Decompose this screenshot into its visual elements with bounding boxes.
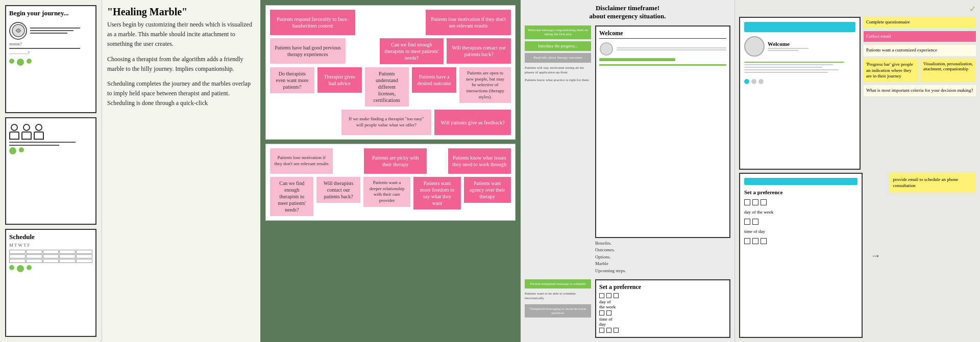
schedule-screen-title: Set a preference [599, 283, 726, 291]
wireframe-item-progress: Introduce the progress... [525, 41, 591, 51]
schedule-time-label: time ofday [599, 317, 726, 327]
sticky-note: Patients respond favorably to faux-handw… [270, 10, 355, 35]
sticky-row-2: Patients have had good previous therapy … [270, 38, 511, 64]
sticky-note: Patients know what issues they need to w… [448, 148, 511, 174]
checkmark-area: ✓ [739, 4, 976, 14]
sketch-journey-content: mmm? ————? [9, 20, 92, 66]
sticky-note: Will therapists contact our patients bac… [316, 177, 360, 203]
sticky-section-2: Patients lose motivation if they don't s… [265, 144, 516, 221]
sticky-note-desired-outcome: Patients have a desired outcome [412, 67, 456, 93]
welcome-title: Welcome [768, 41, 808, 47]
right-panel: Disclaimer timeframe!about emergency sit… [521, 0, 980, 342]
ui-sticky-email-consultation: provide email to schedule an phone consu… [889, 173, 976, 193]
sticky-note: If we make finding a therapist "too easy… [341, 110, 432, 135]
ui-sticky-progress-bar: 'Progress bar' give people an indication… [864, 59, 919, 82]
sticky-note: Patients want a deeper relationship with… [363, 177, 410, 207]
sketch-persons-icons [9, 124, 92, 140]
ui-bottom-right: provide email to schedule an phone consu… [889, 173, 976, 338]
ui-components-column: ✓ Welcome [735, 0, 980, 342]
next-arrow-area: → [866, 173, 886, 338]
wireframe-top-section: Welcome message congratulating them on t… [525, 25, 730, 274]
wireframe-note-1: Patients will stay motivated seeing all … [525, 66, 591, 75]
ui-sticky-row: 'Progress bar' give people an indication… [864, 59, 976, 82]
companionship-section: Choosing a therapist from the algorithm … [107, 55, 255, 74]
wireframe-bottom-content: Present templated message to schedule Pa… [525, 279, 730, 338]
dot [9, 147, 16, 154]
left-panel: Begin your journey... mmm? ————? [0, 0, 260, 342]
sticky-row-3: Do therapists even want more patients? T… [270, 67, 511, 107]
ui-sticky-criteria: What is most important criteria for your… [864, 85, 976, 96]
schedule-grid [9, 250, 92, 263]
person-icon [21, 124, 32, 140]
checkmark-icon: ✓ [969, 4, 976, 14]
wireframe-note-2: Patients know what practice is right for… [525, 78, 591, 83]
wireframe-notes: Benefits.Outcomes.Options.MarbleUpcoming… [595, 240, 730, 275]
healing-marble-body: Users begin by customizing their needs w… [107, 20, 255, 49]
wireframe-title: Disclaimer timeframe!about emergency sit… [525, 4, 730, 20]
healing-marble-section: "Healing Marble" Users begin by customiz… [107, 6, 255, 49]
sketch-schedule-dots [9, 265, 92, 272]
sticky-section2-row-1: Patients lose motivation if they don't s… [270, 148, 511, 174]
green-progress-bar [599, 58, 675, 61]
wireframe-item-read: Read info about therapy outcomes [525, 53, 591, 62]
sketch-persons-dots [9, 147, 92, 154]
ui-benefits-list [744, 62, 855, 73]
checkbox-row-3 [599, 328, 726, 333]
day-of-week-label: day of the week [744, 209, 857, 215]
ui-sticky-visualization: Visualization, personalization, attachme… [921, 59, 976, 82]
ui-sticky-customized: Patients want a customized experience [864, 45, 976, 56]
wireframe-bottom-items: Present templated message to schedule Pa… [525, 279, 591, 338]
wireframe-items-list: Welcome message congratulating them on t… [525, 25, 591, 274]
svg-point-1 [600, 43, 612, 55]
wireframe-column: Disclaimer timeframe!about emergency sit… [521, 0, 735, 342]
sketch-journey-title: Begin your journey... [9, 9, 92, 18]
ui-welcome-text: Welcome [768, 41, 808, 52]
sticky-note: Do therapists even want more patients? [270, 67, 314, 93]
wireframe-item-templated: Present templated message to schedule [525, 279, 591, 288]
person-icon [34, 124, 44, 140]
avatar-circle [744, 36, 765, 57]
sketch-schedule-title: Schedule [9, 233, 92, 242]
checkbox-row-2 [599, 310, 726, 315]
sticky-row-4: If we make finding a therapist "too easy… [270, 110, 511, 135]
sketch-persons [5, 117, 96, 225]
sticky-row-1: Patients respond favorably to faux-handw… [270, 10, 511, 35]
sticky-note-therapist-bad-advice: Therapist gives bad advice [317, 67, 362, 93]
dot [19, 147, 24, 152]
wireframe-note-schedule: Patients want to be able to schedule ele… [525, 292, 591, 301]
set-preference-title: Set a preference [744, 189, 857, 195]
wireframe-screen-welcome: Welcome [595, 25, 730, 238]
checkbox-row [599, 293, 726, 298]
sticky-note-picky: Patients are picky with their therapy [364, 148, 427, 174]
preference-checkboxes-2 [744, 219, 857, 225]
ui-welcome-row: Welcome [744, 36, 855, 57]
dot [17, 265, 24, 272]
sketch-schedule-days: M T W T F [9, 243, 92, 248]
ui-card-welcome-screen: Welcome [739, 17, 861, 170]
preference-checkboxes-3 [744, 238, 857, 244]
sticky-note: Patients lose motivation if they don't s… [426, 10, 511, 35]
sticky-section2-row-2: Can we find enough therapists to meet pa… [270, 177, 511, 216]
wireframe-bottom-section: Present templated message to schedule Pa… [525, 279, 730, 338]
teal-progress-bar [744, 22, 855, 32]
sticky-note: Will patients give us feedback? [434, 110, 511, 135]
sticky-note: Patients want more freedom to say what t… [413, 177, 460, 209]
sketch-schedule: Schedule M T W T F [5, 229, 96, 337]
companionship-body: Choosing a therapist from the algorithm … [107, 55, 255, 74]
wireframe-schedule-screen: Set a preference day ofthe week time ofd… [595, 279, 730, 338]
healing-marble-title: "Healing Marble" [107, 6, 255, 18]
wireframe-item-welcome: Welcome message congratulating them on t… [525, 25, 591, 39]
sticky-note: Patients are open to new poeple, but may… [459, 67, 511, 103]
sticky-note: Patients have had good previous therapy … [270, 38, 346, 64]
dot [17, 59, 24, 66]
time-of-day-label: time of day [744, 229, 857, 234]
ui-top-cards: Welcome [739, 17, 976, 170]
sticky-note: Can we find enough therapists to meet pa… [380, 38, 444, 64]
middle-panel: Patients respond favorably to faux-handw… [260, 0, 521, 342]
preference-checkboxes [744, 199, 857, 205]
dot [27, 59, 32, 64]
dot [9, 59, 14, 64]
ui-card-schedule: Set a preference day of the week time of… [739, 173, 863, 338]
ui-dots-row [744, 79, 855, 84]
wireframe-item-messaging: Templated messaging to avoid decision pa… [525, 304, 591, 318]
